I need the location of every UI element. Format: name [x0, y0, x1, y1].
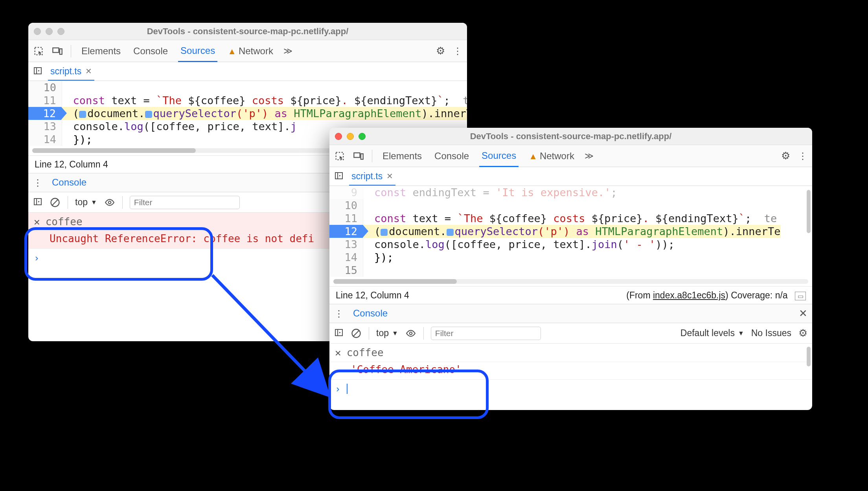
tab-console[interactable]: Console — [131, 41, 170, 61]
clear-console-icon[interactable] — [50, 197, 61, 208]
live-expression-icon[interactable] — [405, 328, 416, 339]
tab-elements[interactable]: Elements — [380, 146, 424, 166]
sidebar-toggle-icon[interactable] — [334, 171, 344, 182]
coverage-toggle-icon[interactable]: ▭ — [795, 292, 806, 300]
close-icon[interactable]: ✕ — [386, 171, 393, 181]
editor-scrollbar[interactable] — [333, 279, 808, 284]
svg-line-8 — [52, 200, 58, 205]
tab-sources[interactable]: Sources — [178, 40, 217, 62]
titlebar: DevTools - consistent-source-map-pc.netl… — [329, 128, 812, 145]
more-tabs-icon[interactable]: ≫ — [283, 46, 292, 56]
tab-network[interactable]: ▲Network — [526, 146, 577, 166]
code-line-highlight: (document.querySelector('p') as HTMLPara… — [62, 107, 467, 120]
sidebar-toggle-icon[interactable] — [33, 66, 42, 77]
device-icon[interactable] — [52, 46, 63, 57]
separator — [372, 150, 372, 162]
console-input-row: ✕ coffee — [329, 344, 812, 362]
console-settings-icon[interactable]: ⚙ — [798, 327, 807, 339]
console-prompt[interactable]: › — [329, 380, 812, 399]
code-line: const text = `The ${coffee} costs ${pric… — [62, 94, 467, 107]
separator — [423, 327, 424, 340]
console-expression: coffee — [46, 216, 83, 228]
traffic-min[interactable] — [347, 133, 354, 140]
traffic-close[interactable] — [335, 133, 342, 140]
separator — [122, 196, 123, 209]
menu-icon[interactable]: ⋮ — [453, 46, 462, 57]
settings-icon[interactable]: ⚙ — [436, 45, 445, 57]
line-number: 11 — [28, 94, 62, 107]
close-icon[interactable]: ✕ — [85, 66, 92, 76]
more-tabs-icon[interactable]: ≫ — [585, 151, 594, 161]
traffic-max[interactable] — [359, 133, 366, 140]
log-levels[interactable]: Default levels ▼ — [680, 328, 744, 338]
svg-rect-13 — [335, 173, 342, 179]
code-line: const text = `The ${coffee} costs ${pric… — [363, 212, 777, 225]
devtools-window-right: DevTools - consistent-source-map-pc.netl… — [329, 128, 812, 410]
drawer-tab-console[interactable]: Console — [50, 172, 89, 194]
drawer-menu-icon[interactable]: ⋮ — [33, 177, 42, 188]
separator — [369, 327, 369, 340]
main-tabs: Elements Console Sources ▲Network ≫ ⚙ ⋮ — [329, 145, 812, 167]
line-number: 13 — [329, 238, 363, 251]
code-line-highlight: (document.querySelector('p') as HTMLPara… — [363, 225, 781, 238]
line-number: 14 — [329, 251, 363, 264]
main-tabs: Elements Console Sources ▲Network ≫ ⚙ ⋮ — [28, 40, 467, 62]
device-icon[interactable] — [353, 151, 364, 162]
settings-icon[interactable]: ⚙ — [781, 150, 790, 162]
console-sidebar-icon[interactable] — [33, 197, 42, 208]
inspect-icon[interactable] — [33, 46, 44, 57]
console-vscroll[interactable] — [807, 347, 811, 366]
editor-status-bar: Line 12, Column 4 (From index.a8c1ec6b.j… — [329, 286, 812, 304]
tab-network[interactable]: ▲Network — [225, 41, 276, 61]
dismiss-icon[interactable]: ✕ — [335, 347, 341, 359]
svg-point-9 — [108, 201, 111, 204]
traffic-lights — [34, 28, 64, 35]
editor-vscroll[interactable] — [807, 190, 811, 233]
svg-rect-2 — [60, 49, 62, 54]
line-number: 11 — [329, 212, 363, 225]
code-line: }); — [363, 251, 394, 264]
tab-network-label: Network — [540, 151, 574, 161]
tab-sources[interactable]: Sources — [479, 145, 519, 167]
console-toolbar: top ▼ Default levels ▼ No Issues ⚙ — [329, 323, 812, 344]
console-output: ✕ coffee 'Coffee Americano' › — [329, 344, 812, 410]
dismiss-icon[interactable]: ✕ — [34, 216, 40, 228]
live-expression-icon[interactable] — [104, 197, 115, 208]
filter-input[interactable] — [431, 327, 541, 340]
svg-rect-12 — [361, 154, 363, 159]
traffic-max[interactable] — [57, 28, 64, 35]
svg-point-19 — [410, 332, 412, 335]
cursor-position: Line 12, Column 4 — [336, 290, 409, 301]
titlebar: DevTools - consistent-source-map-pc.netl… — [28, 23, 467, 40]
file-tab-name: script.ts — [50, 66, 81, 77]
file-tab-strip: script.ts ✕ — [28, 62, 467, 81]
source-editor[interactable]: 9 const endingText = 'It is expensive.';… — [329, 186, 812, 286]
sourcemap-link[interactable]: index.a8c1ec6b.js — [653, 290, 725, 300]
code-line: console.log([coffee, price, text].j — [62, 120, 297, 133]
tab-elements[interactable]: Elements — [79, 41, 123, 61]
tab-console[interactable]: Console — [432, 146, 471, 166]
file-tab[interactable]: script.ts ✕ — [48, 63, 94, 81]
issues-link[interactable]: No Issues — [751, 328, 791, 338]
inspect-icon[interactable] — [334, 151, 345, 162]
drawer-menu-icon[interactable]: ⋮ — [334, 308, 344, 319]
close-drawer-icon[interactable]: ✕ — [799, 307, 807, 320]
filter-input[interactable] — [130, 196, 240, 209]
menu-icon[interactable]: ⋮ — [798, 151, 807, 162]
traffic-min[interactable] — [46, 28, 53, 35]
clear-console-icon[interactable] — [351, 328, 362, 339]
console-result: 'Coffee Americano' — [329, 362, 812, 380]
svg-rect-15 — [335, 329, 342, 336]
svg-line-18 — [353, 331, 359, 336]
context-selector[interactable]: top ▼ — [376, 328, 398, 338]
line-number: 15 — [329, 264, 363, 277]
tab-network-label: Network — [239, 46, 273, 56]
warning-icon: ▲ — [529, 151, 537, 161]
traffic-close[interactable] — [34, 28, 41, 35]
console-sidebar-icon[interactable] — [334, 328, 344, 339]
drawer-tab-console[interactable]: Console — [351, 303, 390, 325]
prompt-chevron-icon: › — [335, 384, 340, 395]
file-tab[interactable]: script.ts ✕ — [349, 168, 395, 186]
code-line: }); — [62, 133, 92, 146]
context-selector[interactable]: top ▼ — [75, 197, 97, 208]
